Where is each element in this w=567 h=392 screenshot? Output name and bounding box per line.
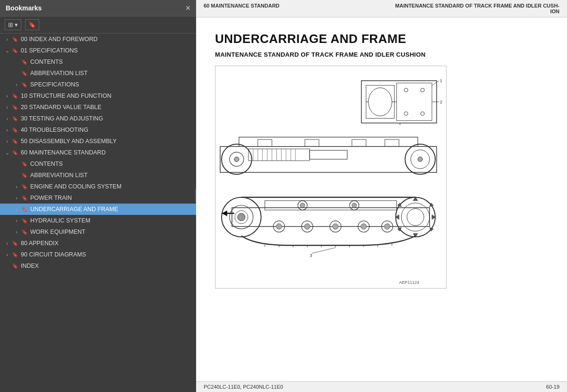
tree-item-20[interactable]: ›🔖20 STANDARD VALUE TABLE bbox=[0, 102, 196, 113]
tree-label-80: 80 APPENDIX bbox=[21, 240, 59, 247]
sidebar-toolbar: ⊞ ▾ 🔖 bbox=[0, 17, 196, 34]
svg-text:x: x bbox=[399, 122, 401, 126]
bookmark-icon-40: 🔖 bbox=[12, 127, 18, 133]
tree-label-20: 20 STANDARD VALUE TABLE bbox=[21, 104, 102, 111]
tree-item-60-engine[interactable]: ›🔖ENGINE AND COOLING SYSTEM bbox=[0, 181, 196, 192]
diagram-container: 1 2 x bbox=[215, 66, 447, 289]
header-page-title: MAINTENANCE STANDARD OF TRACK FRAME AND … bbox=[395, 3, 559, 14]
expand-icon-60-power: › bbox=[13, 195, 20, 201]
content-footer: PC240LC-11E0, PC240NLC-11E0 60-19 bbox=[196, 381, 567, 392]
tree-item-80[interactable]: ›🔖80 APPENDIX bbox=[0, 238, 196, 249]
tree-label-60-abbrev: ABBREVIATION LIST bbox=[30, 172, 87, 179]
svg-point-46 bbox=[407, 209, 424, 226]
tree-label-90: 90 CIRCUIT DIAGRAMS bbox=[21, 251, 86, 258]
bookmark-icon-01-specs: 🔖 bbox=[21, 82, 28, 88]
svg-rect-24 bbox=[352, 139, 366, 146]
tree-item-00[interactable]: ›🔖00 INDEX AND FOREWORD bbox=[0, 34, 196, 45]
tree-label-00: 00 INDEX AND FOREWORD bbox=[21, 36, 98, 43]
svg-rect-0 bbox=[361, 81, 437, 123]
expand-icon-60-under: › bbox=[13, 206, 20, 212]
expand-icon-60-hydraulic: › bbox=[13, 218, 20, 223]
expand-icon-60: ⌄ bbox=[4, 150, 10, 156]
tree-item-60-under[interactable]: ›🔖UNDERCARRIAGE AND FRAME bbox=[0, 204, 196, 215]
svg-rect-39 bbox=[265, 201, 397, 210]
bookmark-icon-01: 🔖 bbox=[12, 48, 18, 54]
sidebar-header: Bookmarks × bbox=[0, 0, 196, 17]
svg-text:1: 1 bbox=[440, 78, 442, 83]
bookmark-icon-60-engine: 🔖 bbox=[21, 184, 28, 190]
tree-item-01[interactable]: ⌄🔖01 SPECIFICATIONS bbox=[0, 45, 196, 56]
bookmark-icon-01-contents: 🔖 bbox=[21, 59, 28, 65]
tree-item-10[interactable]: ›🔖10 STRUCTURE AND FUNCTION bbox=[0, 90, 196, 102]
tree-label-40: 40 TROUBLESHOOTING bbox=[21, 127, 88, 133]
bookmark-icon-90: 🔖 bbox=[12, 252, 18, 258]
tree-label-index: INDEX bbox=[21, 263, 39, 269]
svg-point-65 bbox=[304, 224, 310, 230]
tree-item-01-abbrev[interactable]: 🔖ABBREVIATION LIST bbox=[0, 68, 196, 79]
expand-icon-50: › bbox=[4, 138, 10, 144]
bookmark-icon-80: 🔖 bbox=[12, 240, 18, 247]
tree-label-60-under: UNDERCARRIAGE AND FRAME bbox=[30, 206, 118, 213]
bookmark-icon-50: 🔖 bbox=[12, 138, 18, 145]
sidebar-tree[interactable]: ›🔖00 INDEX AND FOREWORD⌄🔖01 SPECIFICATIO… bbox=[0, 34, 196, 392]
expand-icon-60-engine: › bbox=[13, 184, 20, 189]
collapse-panel-button[interactable]: ‹ bbox=[195, 189, 196, 203]
expand-icon-00: › bbox=[4, 36, 10, 42]
tree-item-index[interactable]: 🔖INDEX bbox=[0, 260, 196, 272]
footer-page: 60-19 bbox=[546, 384, 559, 390]
tree-item-60-work[interactable]: ›🔖WORK EQUIPMENT bbox=[0, 226, 196, 238]
svg-point-71 bbox=[385, 224, 390, 230]
tree-item-40[interactable]: ›🔖40 TROUBLESHOOTING bbox=[0, 124, 196, 136]
tree-item-01-specs[interactable]: ›🔖SPECIFICATIONS bbox=[0, 79, 196, 90]
bookmark-icon-60-hydraulic: 🔖 bbox=[21, 218, 28, 224]
tree-item-60-hydraulic[interactable]: ›🔖HYDRAULIC SYSTEM bbox=[0, 215, 196, 226]
svg-rect-26 bbox=[249, 149, 309, 161]
content-body: UNDERCARRIAGE AND FRAME MAINTENANCE STAN… bbox=[196, 17, 567, 381]
tree-label-01-contents: CONTENTS bbox=[30, 59, 63, 65]
svg-point-59 bbox=[300, 203, 305, 208]
tree-label-60: 60 MAINTENANCE STANDARD bbox=[21, 149, 106, 156]
sidebar-close-button[interactable]: × bbox=[185, 4, 190, 12]
tree-item-90[interactable]: ›🔖90 CIRCUIT DIAGRAMS bbox=[0, 249, 196, 260]
tree-label-01-abbrev: ABBREVIATION LIST bbox=[30, 70, 87, 77]
tree-label-60-work: WORK EQUIPMENT bbox=[30, 229, 86, 235]
tree-item-01-contents[interactable]: 🔖CONTENTS bbox=[0, 56, 196, 68]
tree-item-60[interactable]: ⌄🔖60 MAINTENANCE STANDARD bbox=[0, 147, 196, 158]
bookmark-icon-20: 🔖 bbox=[12, 104, 18, 111]
bookmark-icon-60-under: 🔖 bbox=[21, 206, 28, 213]
bookmark-button[interactable]: 🔖 bbox=[25, 19, 39, 30]
tree-label-01-specs: SPECIFICATIONS bbox=[30, 81, 79, 88]
svg-line-10 bbox=[432, 81, 439, 85]
bookmark-icon-10: 🔖 bbox=[12, 93, 18, 99]
dropdown-arrow-icon: ▾ bbox=[15, 21, 18, 28]
tree-item-60-power[interactable]: ›🔖POWER TRAIN bbox=[0, 192, 196, 204]
expand-icon-30: › bbox=[4, 116, 10, 121]
tree-item-60-contents[interactable]: 🔖CONTENTS bbox=[0, 158, 196, 170]
svg-text:3: 3 bbox=[309, 253, 312, 258]
page-title: UNDERCARRIAGE AND FRAME bbox=[215, 32, 548, 46]
svg-text:2: 2 bbox=[440, 100, 442, 104]
svg-point-69 bbox=[361, 224, 367, 230]
tree-item-60-abbrev[interactable]: 🔖ABBREVIATION LIST bbox=[0, 170, 196, 181]
expand-icon-40: › bbox=[4, 127, 10, 133]
tree-item-50[interactable]: ›🔖50 DISASSEMBLY AND ASSEMBLY bbox=[0, 136, 196, 147]
tree-label-60-power: POWER TRAIN bbox=[30, 195, 72, 201]
expand-icon-90: › bbox=[4, 252, 10, 257]
tree-label-30: 30 TESTING AND ADJUSTING bbox=[21, 115, 103, 122]
bookmark-icon-60-contents: 🔖 bbox=[21, 161, 28, 167]
tree-item-30[interactable]: ›🔖30 TESTING AND ADJUSTING bbox=[0, 113, 196, 124]
track-frame-diagram: 1 2 x bbox=[215, 66, 446, 288]
svg-point-61 bbox=[352, 203, 357, 208]
page-subtitle: MAINTENANCE STANDARD OF TRACK FRAME AND … bbox=[215, 51, 548, 58]
svg-rect-37 bbox=[309, 150, 347, 159]
tree-label-60-engine: ENGINE AND COOLING SYSTEM bbox=[30, 183, 121, 190]
svg-point-18 bbox=[234, 157, 239, 162]
bookmark-icon-01-abbrev: 🔖 bbox=[21, 70, 28, 77]
svg-point-9 bbox=[421, 112, 424, 116]
tree-label-01: 01 SPECIFICATIONS bbox=[21, 47, 78, 54]
bookmark-icon-00: 🔖 bbox=[12, 36, 18, 43]
svg-point-21 bbox=[418, 157, 422, 162]
view-options-button[interactable]: ⊞ ▾ bbox=[5, 19, 21, 30]
svg-point-7 bbox=[421, 88, 424, 92]
expand-icon-01: ⌄ bbox=[4, 48, 10, 54]
